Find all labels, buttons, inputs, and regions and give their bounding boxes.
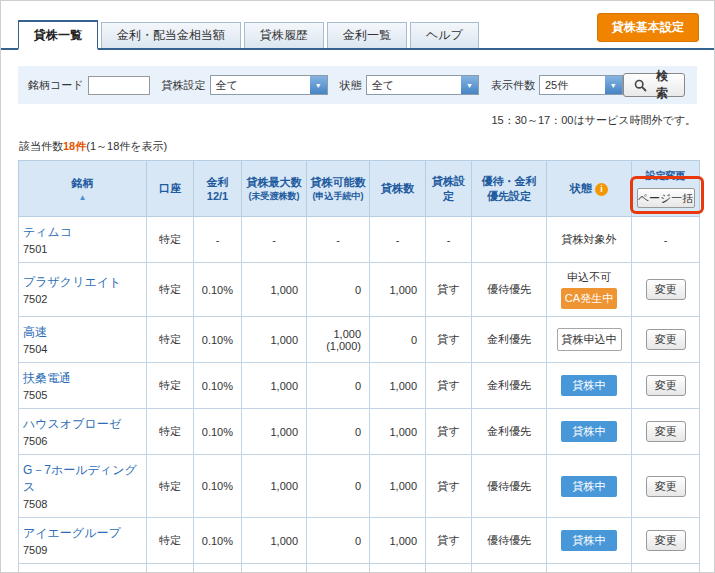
available-cell: 0 [307,363,370,409]
stock-code: 7506 [23,435,142,447]
status-select[interactable]: 全て ▼ [366,75,479,95]
per-page-select[interactable]: 25件 ▼ [539,75,623,95]
max-cell: 1,000 [242,317,307,363]
col-header-rate: 金利 12/1 [194,161,242,217]
page-batch-button[interactable]: ページ一括 [637,188,695,208]
stock-code-label: 銘柄コード [28,78,84,93]
stock-code-input[interactable] [88,76,150,95]
status-cell: 貸株中 [547,455,632,518]
rate-cell: 0.10% [194,363,242,409]
available-value: 0 [311,535,361,547]
priority-cell: 優待優先 [472,518,547,564]
col-header-change: 設定変更 ページ一括 [632,161,700,217]
stock-code: 7502 [23,293,142,305]
priority-cell [472,217,547,263]
status-badge-applying: 貸株申込中 [557,328,622,351]
rate-cell: 0.10% [194,317,242,363]
change-button[interactable]: 変更 [646,476,686,497]
rate-cell: - [194,217,242,263]
search-button[interactable]: 検索 [623,73,685,97]
lending-setting-value: 全て [211,76,310,94]
max-cell: - [242,217,307,263]
available-cell: 0 [307,455,370,518]
tab-interest-list[interactable]: 金利一覧 [327,22,407,48]
available-cell: - [307,217,370,263]
lending-basic-settings-button[interactable]: 貸株基本設定 [597,13,699,42]
quantity-cell: 1,000 [370,363,426,409]
lending-page: 貸株一覧 金利・配当金相当額 貸株履歴 金利一覧 ヘルプ 貸株基本設定 銘柄コー… [0,0,715,573]
status-filter-label: 状態 [340,78,362,93]
tab-lending-history[interactable]: 貸株履歴 [244,22,324,48]
rate-cell: 0.10% [194,263,242,317]
change-button[interactable]: 変更 [646,375,686,396]
action-cell: 変更 [632,317,700,363]
stock-code: 7501 [23,243,142,255]
col-header-max: 貸株最大数 (未受渡株数) [242,161,307,217]
stock-name-link[interactable]: プラザクリエイト [23,274,142,291]
status-select-value: 全て [367,76,461,94]
stock-cell: たけびし7510 [19,564,147,573]
status-badge-lending: 貸株中 [561,530,617,551]
info-icon[interactable]: i [595,183,608,196]
stock-name-link[interactable]: 高速 [23,324,142,341]
status-cell: 貸株対象外 [547,217,632,263]
rate-cell: 0.10% [194,455,242,518]
col-header-stock[interactable]: 銘柄 ▲ [19,161,147,217]
setting-cell: - [426,217,472,263]
status-cell: 貸株申込中 [547,317,632,363]
col-header-quantity: 貸株数 [370,161,426,217]
col-header-priority: 優待・金利 優先設定 [472,161,547,217]
tab-interest-dividend[interactable]: 金利・配当金相当額 [101,22,241,48]
sort-asc-icon[interactable]: ▲ [21,193,144,202]
table-row: たけびし7510特定0.10%1,00001,000貸す優待優先申込不可CA発生… [19,564,700,573]
stock-code: 7508 [23,498,142,510]
col-header-available: 貸株可能数 (申込手続中) [307,161,370,217]
chevron-down-icon: ▼ [310,76,327,94]
account-cell: 特定 [147,518,194,564]
change-button[interactable]: 変更 [646,279,686,300]
table-row: アイエーグループ7509特定0.10%1,00001,000貸す優待優先貸株中変… [19,518,700,564]
service-hours-notice: 15：30～17：00はサービス時間外です。 [19,113,696,128]
stock-name-link[interactable]: G－7ホールディングス [23,462,142,496]
rate-cell: 0.10% [194,409,242,455]
lending-setting-select[interactable]: 全て ▼ [210,75,328,95]
stock-name-link[interactable]: 扶桑電通 [23,370,142,387]
status-cell: 申込不可CA発生中 [547,564,632,573]
available-value: - [311,234,365,246]
setting-cell: 貸す [426,564,472,573]
account-cell: 特定 [147,409,194,455]
stock-cell: アイエーグループ7509 [19,518,147,564]
stock-name-link[interactable]: アイエーグループ [23,525,142,542]
priority-cell: 優待優先 [472,455,547,518]
available-cell: 0 [307,263,370,317]
account-cell: 特定 [147,263,194,317]
tab-bar: 貸株一覧 金利・配当金相当額 貸株履歴 金利一覧 ヘルプ 貸株基本設定 [1,1,714,50]
status-badge-lending: 貸株中 [561,476,617,497]
account-cell: 特定 [147,363,194,409]
available-value: 0 [311,480,361,492]
change-button[interactable]: 変更 [646,530,686,551]
change-button[interactable]: 変更 [646,329,686,350]
available-value: 0 [311,284,361,296]
table-row: 高速7504特定0.10%1,0001,000(1,000)0貸す金利優先貸株申… [19,317,700,363]
tab-lending-list[interactable]: 貸株一覧 [18,20,98,50]
quantity-cell: 1,000 [370,564,426,573]
rate-cell: 0.10% [194,564,242,573]
priority-cell: 金利優先 [472,317,547,363]
table-row: プラザクリエイト7502特定0.10%1,00001,000貸す優待優先申込不可… [19,263,700,317]
action-cell: 変更 [632,518,700,564]
max-cell: 1,000 [242,455,307,518]
stock-name-link[interactable]: ハウスオブローゼ [23,416,142,433]
available-value: 0 [311,426,361,438]
tab-help[interactable]: ヘルプ [410,22,479,48]
action-cell: 変更 [632,564,700,573]
change-button[interactable]: 変更 [646,421,686,442]
account-cell: 特定 [147,317,194,363]
stock-name-link[interactable]: ティムコ [23,224,142,241]
setting-cell: 貸す [426,363,472,409]
available-pending: (1,000) [311,340,361,352]
quantity-cell: 1,000 [370,455,426,518]
priority-cell: 優待優先 [472,564,547,573]
stock-cell: ハウスオブローゼ7506 [19,409,147,455]
setting-cell: 貸す [426,455,472,518]
